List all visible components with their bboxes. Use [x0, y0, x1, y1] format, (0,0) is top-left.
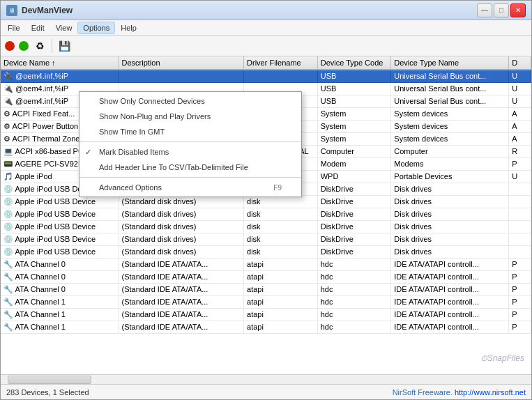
- col-header-device-name[interactable]: Device Name ↑: [1, 56, 119, 70]
- table-row[interactable]: 🔧 ATA Channel 1 (Standard IDE ATA/ATA...…: [1, 321, 531, 333]
- toolbar-btn-save[interactable]: 💾: [56, 38, 73, 54]
- status-nirsoft-link[interactable]: http://www.nirsoft.net: [455, 388, 526, 397]
- cell-description: (Standard IDE ATA/ATA...: [119, 308, 244, 321]
- cell-d: P: [509, 283, 531, 295]
- toolbar-btn-reload[interactable]: ♻: [31, 38, 48, 54]
- cell-type-name: Disk drives: [391, 245, 509, 258]
- col-header-description[interactable]: Description: [119, 56, 244, 70]
- cell-type-name: Universal Serial Bus cont...: [391, 82, 509, 95]
- cell-driver: disk: [244, 233, 318, 245]
- title-bar: 🖥 DevManView — □ ✕: [1, 1, 531, 20]
- maximize-button[interactable]: □: [494, 3, 509, 17]
- dropdown-item-show-connected[interactable]: Show Only Connected Devices: [79, 93, 301, 109]
- cell-type-code: Computer: [317, 145, 391, 157]
- cell-device-name: 🔧 ATA Channel 1: [1, 321, 119, 333]
- table-row[interactable]: 💿 Apple iPod USB Device (Standard disk d…: [1, 220, 531, 233]
- cell-type-code: USB: [317, 70, 391, 82]
- cell-type-code: USB: [317, 82, 391, 95]
- cell-d: U: [509, 95, 531, 107]
- table-row[interactable]: 💿 Apple iPod USB Device (Standard disk d…: [1, 208, 531, 220]
- options-dropdown: Show Only Connected Devices Show Non-Plu…: [79, 91, 302, 197]
- table-row[interactable]: 🔧 ATA Channel 0 (Standard IDE ATA/ATA...…: [1, 270, 531, 283]
- cell-type-code: hdc: [317, 308, 391, 321]
- cell-type-code: System: [317, 132, 391, 145]
- cell-type-name: Disk drives: [391, 195, 509, 208]
- cell-type-name: Universal Serial Bus cont...: [391, 95, 509, 107]
- app-icon: 🖥: [6, 5, 17, 16]
- menu-help[interactable]: Help: [115, 22, 142, 34]
- cell-type-code: USB: [317, 95, 391, 107]
- toolbar: ♻ 💾: [1, 36, 531, 56]
- dropdown-separator-2: [79, 177, 301, 178]
- cell-d: [509, 245, 531, 258]
- col-header-type-code[interactable]: Device Type Code: [317, 56, 391, 70]
- cell-driver: atapi: [244, 308, 318, 321]
- title-bar-buttons: — □ ✕: [477, 3, 526, 17]
- horizontal-scrollbar[interactable]: [1, 374, 531, 384]
- cell-d: A: [509, 107, 531, 120]
- cell-type-code: Modem: [317, 157, 391, 170]
- cell-type-name: Disk drives: [391, 208, 509, 220]
- cell-description: [119, 70, 244, 82]
- cell-description: (Standard IDE ATA/ATA...: [119, 283, 244, 295]
- cell-driver: disk: [244, 220, 318, 233]
- cell-device-name: 💿 Apple iPod USB Device: [1, 220, 119, 233]
- cell-type-code: hdc: [317, 295, 391, 308]
- cell-d: U: [509, 82, 531, 95]
- checkmark-mark-disabled: ✓: [85, 148, 91, 157]
- dropdown-item-show-time-gmt[interactable]: Show Time In GMT: [79, 124, 301, 139]
- status-bar: 283 Devices, 1 Selected NirSoft Freeware…: [1, 384, 531, 399]
- menu-file[interactable]: File: [2, 22, 26, 34]
- close-button[interactable]: ✕: [510, 3, 526, 17]
- minimize-button[interactable]: —: [477, 3, 492, 17]
- main-window: 🖥 DevManView — □ ✕ File Edit View Option…: [0, 0, 532, 400]
- toolbar-separator-1: [52, 39, 52, 53]
- table-row[interactable]: 🔌 @oem4.inf,%iP USB Universal Serial Bus…: [1, 70, 531, 82]
- table-row[interactable]: 💿 Apple iPod USB Device (Standard disk d…: [1, 245, 531, 258]
- cell-d: [509, 183, 531, 195]
- cell-device-name: 🔧 ATA Channel 1: [1, 308, 119, 321]
- status-nirsoft-text: NirSoft Freeware.: [393, 388, 453, 397]
- cell-d: [509, 195, 531, 208]
- table-row[interactable]: 🔧 ATA Channel 1 (Standard IDE ATA/ATA...…: [1, 308, 531, 321]
- cell-d: U: [509, 170, 531, 183]
- col-header-driver[interactable]: Driver Filename: [244, 56, 318, 70]
- table-row[interactable]: 🔧 ATA Channel 1 (Standard IDE ATA/ATA...…: [1, 295, 531, 308]
- cell-driver: atapi: [244, 295, 318, 308]
- cell-type-code: DiskDrive: [317, 195, 391, 208]
- green-dot-indicator: [19, 41, 29, 51]
- status-devices-count: 283 Devices, 1 Selected: [6, 388, 393, 397]
- cell-d: [509, 233, 531, 245]
- table-row[interactable]: 🔧 ATA Channel 0 (Standard IDE ATA/ATA...…: [1, 258, 531, 270]
- table-row[interactable]: 🔧 ATA Channel 0 (Standard IDE ATA/ATA...…: [1, 283, 531, 295]
- status-nirsoft: NirSoft Freeware. http://www.nirsoft.net: [393, 388, 526, 397]
- cell-driver: [244, 70, 318, 82]
- menu-edit[interactable]: Edit: [26, 22, 50, 34]
- cell-driver: atapi: [244, 321, 318, 333]
- cell-driver: atapi: [244, 283, 318, 295]
- dropdown-item-show-nonplug[interactable]: Show Non-Plug and Play Drivers: [79, 109, 301, 124]
- cell-type-code: DiskDrive: [317, 245, 391, 258]
- cell-d: [509, 208, 531, 220]
- dropdown-item-add-header[interactable]: Add Header Line To CSV/Tab-Delimited Fil…: [79, 160, 301, 175]
- col-header-type-name[interactable]: Device Type Name: [391, 56, 509, 70]
- cell-device-name: 🔧 ATA Channel 0: [1, 258, 119, 270]
- cell-description: (Standard disk drives): [119, 233, 244, 245]
- cell-d: P: [509, 321, 531, 333]
- cell-driver: disk: [244, 245, 318, 258]
- red-dot-indicator: [5, 41, 15, 51]
- dropdown-item-mark-disabled[interactable]: ✓ Mark Disabled Items: [79, 144, 301, 160]
- cell-type-name: IDE ATA/ATAPI controll...: [391, 321, 509, 333]
- col-header-d[interactable]: D: [509, 56, 531, 70]
- menu-options[interactable]: Options: [77, 22, 115, 34]
- dropdown-item-advanced[interactable]: Advanced Options F9: [79, 180, 301, 195]
- cell-type-name: IDE ATA/ATAPI controll...: [391, 295, 509, 308]
- dropdown-separator-1: [79, 141, 301, 142]
- menu-view[interactable]: View: [50, 22, 78, 34]
- cell-type-name: Disk drives: [391, 183, 509, 195]
- cell-driver: disk: [244, 208, 318, 220]
- cell-device-name: 💿 Apple iPod USB Device: [1, 208, 119, 220]
- scrollbar-thumb[interactable]: [8, 376, 91, 384]
- table-row[interactable]: 💿 Apple iPod USB Device (Standard disk d…: [1, 233, 531, 245]
- cell-type-code: DiskDrive: [317, 183, 391, 195]
